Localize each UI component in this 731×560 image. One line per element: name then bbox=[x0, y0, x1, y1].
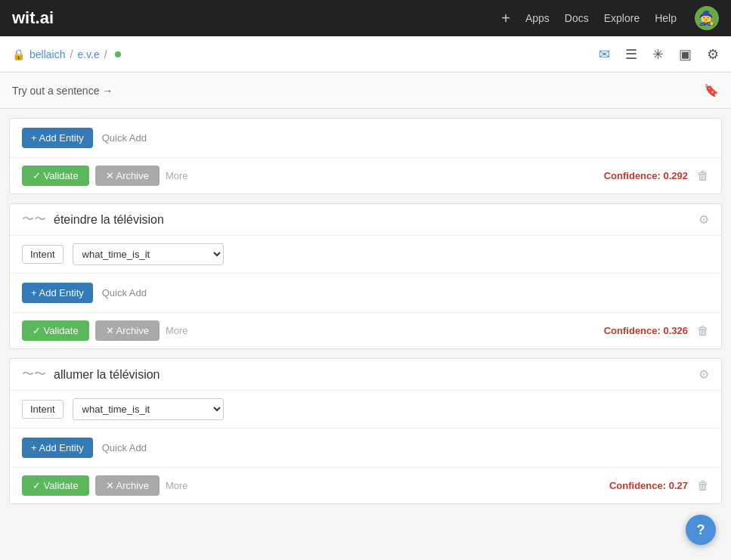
sentence-cards: 〜〜 éteindre la télévision ⚙ Intent what_… bbox=[0, 203, 731, 504]
validate-button-3[interactable]: ✓ Validate bbox=[22, 475, 89, 496]
intent-badge-1: Intent bbox=[22, 245, 63, 264]
quick-add-link-3[interactable]: Quick Add bbox=[102, 442, 147, 453]
intent-row-1: Intent what_time_is_it bbox=[10, 236, 721, 274]
sentence-text-2: allumer la télévision bbox=[54, 368, 160, 382]
bookmark-icon: 🔖 bbox=[704, 83, 719, 97]
intent-badge-2: Intent bbox=[22, 400, 63, 419]
intent-select-2[interactable]: what_time_is_it bbox=[73, 398, 224, 420]
add-entity-row-1: + Add Entity Quick Add bbox=[10, 274, 721, 313]
validate-button-2[interactable]: ✓ Validate bbox=[22, 320, 89, 341]
add-entity-button-3[interactable]: + Add Entity bbox=[22, 438, 93, 458]
lock-icon: 🔒 bbox=[12, 48, 25, 60]
sub-nav: 🔒 bellaich / e.v.e / ✉ ☰ ✳ ▣ ⚙ bbox=[0, 36, 731, 73]
nav-links: + Apps Docs Explore Help 🧙 bbox=[501, 6, 719, 30]
wave-icon-1: 〜〜 bbox=[22, 212, 46, 227]
top-nav: wit.ai + Apps Docs Explore Help 🧙 bbox=[0, 0, 731, 36]
intent-select-1[interactable]: what_time_is_it bbox=[73, 243, 224, 265]
confidence-2: Confidence: 0.326 bbox=[604, 325, 688, 336]
card-1-bottom: ✓ Validate ✕ Archive More Confidence: 0.… bbox=[10, 158, 721, 193]
sentence-header-2: 〜〜 allumer la télévision ⚙ bbox=[10, 359, 721, 391]
logo: wit.ai bbox=[12, 8, 54, 28]
quick-add-link-2[interactable]: Quick Add bbox=[102, 287, 147, 299]
avatar[interactable]: 🧙 bbox=[695, 6, 719, 30]
wave-icon-2: 〜〜 bbox=[22, 367, 46, 382]
settings-icon[interactable]: ⚙ bbox=[707, 46, 719, 63]
breadcrumb: 🔒 bellaich / e.v.e / bbox=[12, 48, 121, 60]
confidence-3: Confidence: 0.27 bbox=[609, 480, 688, 491]
apps-link[interactable]: Apps bbox=[525, 12, 550, 24]
breadcrumb-sep2: / bbox=[104, 48, 107, 60]
menu-icon[interactable]: ☰ bbox=[625, 46, 637, 63]
card-bottom-3: ✓ Validate ✕ Archive More Confidence: 0.… bbox=[10, 468, 721, 503]
archive-button-3[interactable]: ✕ Archive bbox=[95, 475, 160, 496]
plus-icon[interactable]: + bbox=[501, 10, 510, 27]
app-name-link[interactable]: e.v.e bbox=[77, 48, 99, 60]
confidence-1: Confidence: 0.292 bbox=[604, 170, 688, 181]
inbox-icon[interactable]: ✉ bbox=[599, 46, 610, 63]
add-entity-row-2: + Add Entity Quick Add bbox=[10, 429, 721, 468]
archive-button-2[interactable]: ✕ Archive bbox=[95, 320, 160, 341]
archive-button-1[interactable]: ✕ Archive bbox=[95, 166, 160, 186]
sub-nav-icons: ✉ ☰ ✳ ▣ ⚙ bbox=[599, 46, 719, 63]
add-entity-button-2[interactable]: + Add Entity bbox=[22, 283, 93, 303]
user-link[interactable]: bellaich bbox=[29, 48, 65, 60]
trash-icon-2[interactable]: 🗑 bbox=[697, 324, 709, 338]
validate-button-1[interactable]: ✓ Validate bbox=[22, 166, 89, 186]
quick-add-link-1[interactable]: Quick Add bbox=[102, 132, 147, 144]
trash-icon-1[interactable]: 🗑 bbox=[697, 169, 709, 183]
more-button-1[interactable]: More bbox=[166, 170, 188, 181]
try-out-label: Try out a sentence → bbox=[12, 85, 113, 97]
status-dot bbox=[115, 51, 121, 57]
add-entity-button-1[interactable]: + Add Entity bbox=[22, 128, 93, 148]
breadcrumb-sep1: / bbox=[70, 48, 73, 60]
card-1: + Add Entity Quick Add ✓ Validate ✕ Arch… bbox=[9, 118, 722, 194]
gear-icon-2[interactable]: ⚙ bbox=[698, 367, 709, 382]
main-content: + Add Entity Quick Add ✓ Validate ✕ Arch… bbox=[0, 118, 731, 504]
intent-row-2: Intent what_time_is_it bbox=[10, 391, 721, 429]
archive-nav-icon[interactable]: ▣ bbox=[679, 46, 692, 63]
more-button-2[interactable]: More bbox=[166, 325, 188, 336]
gear-icon-1[interactable]: ⚙ bbox=[698, 212, 709, 227]
docs-link[interactable]: Docs bbox=[565, 12, 589, 24]
asterisk-icon[interactable]: ✳ bbox=[652, 46, 664, 63]
try-out-bar[interactable]: Try out a sentence → 🔖 bbox=[0, 73, 731, 109]
sentence-text-1: éteindre la télévision bbox=[54, 213, 164, 227]
card-1-actions: + Add Entity Quick Add bbox=[10, 119, 721, 158]
sentence-card-2: 〜〜 allumer la télévision ⚙ Intent what_t… bbox=[9, 358, 722, 504]
card-bottom-2: ✓ Validate ✕ Archive More Confidence: 0.… bbox=[10, 313, 721, 348]
sentence-header-1: 〜〜 éteindre la télévision ⚙ bbox=[10, 204, 721, 236]
help-link[interactable]: Help bbox=[655, 12, 677, 24]
explore-link[interactable]: Explore bbox=[604, 12, 640, 24]
trash-icon-3[interactable]: 🗑 bbox=[697, 479, 709, 493]
more-button-3[interactable]: More bbox=[166, 480, 188, 491]
sentence-card-1: 〜〜 éteindre la télévision ⚙ Intent what_… bbox=[9, 203, 722, 349]
